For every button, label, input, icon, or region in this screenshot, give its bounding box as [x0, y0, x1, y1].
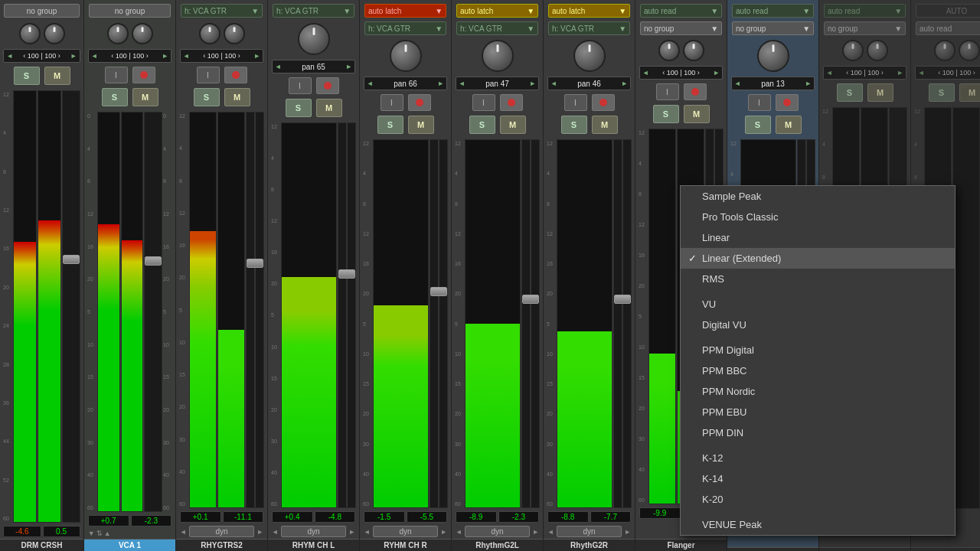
- dyn-label-rhythg2r[interactable]: dyn: [557, 526, 622, 537]
- dropdown-item-k-14[interactable]: K-14: [681, 468, 955, 489]
- dyn-right-rhygtrs2[interactable]: ►: [256, 528, 263, 536]
- group-btn-rhythmg2l[interactable]: h: VCA GTR ▼: [456, 21, 538, 35]
- eq-arrows-vca1[interactable]: ⇅: [96, 530, 103, 537]
- knob-rhythg2r-1[interactable]: [573, 40, 606, 72]
- auto-btn-rhymchl[interactable]: h: VCA GTR ▼: [273, 4, 354, 18]
- dropdown-item-ppm-din[interactable]: PPM DIN: [681, 422, 955, 443]
- auto-btn-rhygtrs2[interactable]: h: VCA GTR ▼: [181, 4, 263, 18]
- auto-btn-ryhmchr[interactable]: auto latch ▼: [364, 4, 446, 18]
- io-btn-i-vca1[interactable]: I: [105, 67, 128, 83]
- group-btn-ch9[interactable]: no group ▼: [732, 21, 814, 35]
- mute-vca1[interactable]: M: [132, 88, 158, 106]
- auto-btn-ch11[interactable]: AUTO: [916, 4, 980, 18]
- dropdown-item-ppm-nordic[interactable]: PPM Nordic: [681, 381, 955, 402]
- group-btn-flanger[interactable]: no group ▼: [640, 21, 722, 35]
- mute-rhythmg2l[interactable]: M: [500, 116, 526, 134]
- knob-rhygtrs2-2[interactable]: [224, 23, 245, 44]
- meter-type-dropdown[interactable]: Sample Peak Pro Tools Classic Linear Lin…: [680, 185, 956, 536]
- fader-handle-drm[interactable]: [63, 255, 80, 264]
- pan-right-rhymchl[interactable]: ►: [345, 63, 352, 70]
- fader-ryhmchr[interactable]: [430, 139, 448, 508]
- io-btn-rec-rhygtrs2[interactable]: [224, 67, 247, 83]
- dyn-label-rhymchl[interactable]: dyn: [281, 526, 347, 537]
- solo-drm[interactable]: S: [14, 67, 40, 85]
- knob-ryhmchr-1[interactable]: [390, 40, 422, 72]
- io-btn-rec-vca1[interactable]: [132, 67, 155, 83]
- auto-btn-ch10[interactable]: auto read▼: [824, 4, 906, 18]
- mute-drm[interactable]: M: [44, 67, 70, 85]
- fader-handle-rhythmg2l[interactable]: [522, 295, 539, 304]
- knob-rhygtrs2-1[interactable]: [199, 23, 220, 44]
- mute-rhymchl[interactable]: M: [316, 99, 342, 117]
- fader-rhygtrs2[interactable]: [246, 112, 264, 508]
- pan-right-arrow[interactable]: ►: [70, 52, 77, 60]
- dropdown-item-ppm-digital[interactable]: PPM Digital: [681, 340, 955, 360]
- fader-drm[interactable]: [62, 90, 80, 523]
- dyn-label-rhythmg2l[interactable]: dyn: [465, 526, 531, 537]
- dropdown-item-vu[interactable]: VU: [681, 294, 955, 315]
- fader-handle-rhythg2r[interactable]: [614, 295, 631, 304]
- fader-rhythmg2l[interactable]: [521, 139, 540, 508]
- group-btn-ch10[interactable]: no group▼: [824, 21, 906, 35]
- fader-handle-vca1[interactable]: [145, 256, 162, 266]
- dropdown-item-ppm-ebu[interactable]: PPM EBU: [681, 402, 955, 422]
- solo-rhymchl[interactable]: S: [286, 99, 312, 117]
- solo-rhygtrs2[interactable]: S: [194, 88, 220, 106]
- auto-btn-flanger[interactable]: auto read ▼: [640, 4, 722, 18]
- solo-rhythg2r[interactable]: S: [561, 116, 587, 134]
- up-arrow-vca1[interactable]: ▲: [104, 530, 111, 537]
- knob-drm-2[interactable]: [44, 23, 65, 44]
- dyn-label-rhygtrs2[interactable]: dyn: [189, 526, 255, 537]
- knob-drm-1[interactable]: [19, 23, 41, 44]
- knob-flanger-1[interactable]: [658, 40, 680, 61]
- knob-flanger-2[interactable]: [683, 40, 704, 61]
- mute-ch9[interactable]: M: [776, 116, 802, 134]
- mute-rhythg2r[interactable]: M: [592, 116, 618, 134]
- dyn-left-rhygtrs2[interactable]: ◄: [180, 528, 187, 536]
- dropdown-item-rms[interactable]: RMS: [681, 269, 955, 289]
- mute-flanger[interactable]: M: [684, 105, 710, 123]
- mute-ryhmchr[interactable]: M: [408, 116, 434, 134]
- io-btn-i-rhygtrs2[interactable]: I: [197, 67, 220, 83]
- solo-flanger[interactable]: S: [653, 105, 679, 123]
- io-btn-rec-rhymchl[interactable]: [316, 77, 339, 94]
- fader-rhymchl[interactable]: [338, 122, 356, 508]
- pan-left-arrow[interactable]: ◄: [6, 52, 13, 60]
- fader-handle-ryhmchr[interactable]: [430, 287, 447, 296]
- dropdown-item-digital-vu[interactable]: Digital VU: [681, 315, 955, 335]
- knob-vca1-1[interactable]: [107, 23, 129, 44]
- auto-btn-drm[interactable]: no group: [4, 4, 79, 18]
- dropdown-item-k-12[interactable]: K-12: [681, 448, 955, 468]
- pan-left-rhymchl[interactable]: ◄: [275, 63, 282, 70]
- auto-btn-rhythmg2l[interactable]: auto latch ▼: [456, 4, 538, 18]
- solo-vca1[interactable]: S: [102, 88, 128, 106]
- group-btn-ryhmchr[interactable]: h: VCA GTR ▼: [364, 21, 446, 35]
- pan-right-arrow-vca[interactable]: ►: [162, 52, 168, 60]
- group-btn-rhythg2r[interactable]: h: VCA GTR ▼: [548, 21, 630, 35]
- pan-left-arrow-vca[interactable]: ◄: [91, 52, 98, 60]
- auto-btn-rhythg2r[interactable]: auto latch ▼: [548, 4, 630, 18]
- dropdown-item-k-20[interactable]: K-20: [681, 489, 955, 510]
- auto-btn-vca1[interactable]: no group: [89, 4, 171, 18]
- solo-ryhmchr[interactable]: S: [377, 116, 403, 134]
- solo-rhythmg2l[interactable]: S: [469, 116, 495, 134]
- dropdown-item-ppm-bbc[interactable]: PPM BBC: [681, 360, 955, 381]
- dropdown-item-pro-tools-classic[interactable]: Pro Tools Classic: [681, 207, 955, 227]
- knob-rhymchl-1[interactable]: [298, 23, 330, 55]
- dyn-label-ryhmchr[interactable]: dyn: [373, 526, 439, 537]
- knob-vca1-2[interactable]: [132, 23, 153, 44]
- fader-handle-rhygtrs2[interactable]: [247, 259, 263, 268]
- mute-rhygtrs2[interactable]: M: [224, 88, 250, 106]
- knob-rhythmg2l-1[interactable]: [482, 40, 514, 72]
- fader-vca1[interactable]: [144, 112, 162, 512]
- pan-left-rhygtrs2[interactable]: ◄: [183, 52, 190, 60]
- pan-right-rhygtrs2[interactable]: ►: [253, 52, 260, 60]
- group-btn-ch11[interactable]: auto read▼: [916, 21, 980, 35]
- fader-handle-rhymchl[interactable]: [338, 269, 355, 279]
- solo-ch9[interactable]: S: [745, 116, 771, 134]
- down-arrow-vca1[interactable]: ▼: [88, 530, 95, 537]
- knob-ch9-1[interactable]: [757, 40, 789, 72]
- dropdown-item-sample-peak[interactable]: Sample Peak: [681, 186, 955, 207]
- dropdown-item-linear[interactable]: Linear: [681, 227, 955, 248]
- auto-btn-ch9[interactable]: auto read ▼: [732, 4, 814, 18]
